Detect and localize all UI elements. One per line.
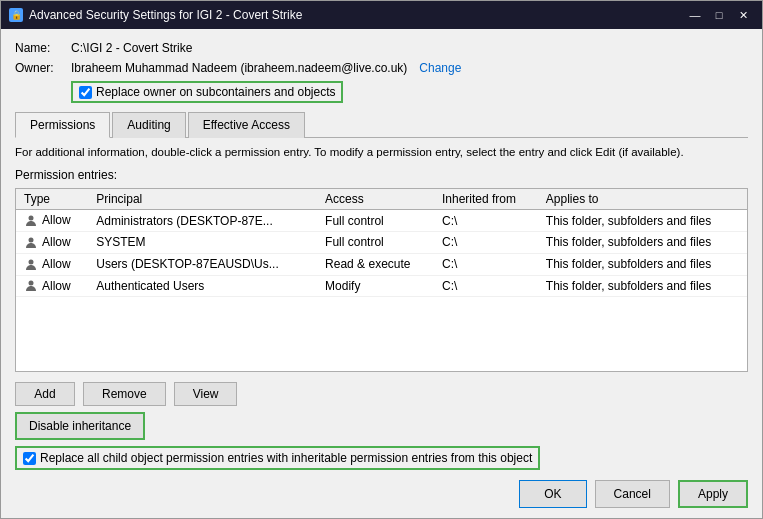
maximize-button[interactable]: □: [708, 6, 730, 24]
tab-effective-access[interactable]: Effective Access: [188, 112, 305, 138]
cell-type: Allow: [16, 253, 88, 275]
tab-permissions[interactable]: Permissions: [15, 112, 110, 138]
cell-inherited-from: C:\: [434, 231, 538, 253]
view-button[interactable]: View: [174, 382, 238, 406]
col-header-inherited: Inherited from: [434, 189, 538, 210]
name-label: Name:: [15, 41, 65, 55]
owner-value: Ibraheem Muhammad Nadeem (ibraheem.nadee…: [71, 61, 407, 75]
cell-access: Modify: [317, 275, 434, 297]
cell-type: Allow: [16, 210, 88, 232]
svg-point-3: [29, 281, 34, 286]
cell-inherited-from: C:\: [434, 210, 538, 232]
disable-inheritance-container: Disable inheritance: [15, 412, 748, 440]
col-header-type: Type: [16, 189, 88, 210]
owner-row: Owner: Ibraheem Muhammad Nadeem (ibrahee…: [15, 61, 748, 75]
col-header-principal: Principal: [88, 189, 317, 210]
replace-owner-checkbox[interactable]: [79, 86, 92, 99]
permissions-table: Type Principal Access Inherited from App…: [16, 189, 747, 297]
tabs-container: Permissions Auditing Effective Access: [15, 111, 748, 138]
table-row[interactable]: AllowAuthenticated UsersModifyC:\This fo…: [16, 275, 747, 297]
replace-owner-label[interactable]: Replace owner on subcontainers and objec…: [96, 85, 335, 99]
table-row[interactable]: AllowSYSTEMFull controlC:\This folder, s…: [16, 231, 747, 253]
replace-child-label[interactable]: Replace all child object permission entr…: [40, 451, 532, 465]
cell-access: Full control: [317, 210, 434, 232]
name-row: Name: C:\IGI 2 - Covert Strike: [15, 41, 748, 55]
cell-applies-to: This folder, subfolders and files: [538, 231, 747, 253]
cell-type: Allow: [16, 275, 88, 297]
name-value: C:\IGI 2 - Covert Strike: [71, 41, 192, 55]
apply-button[interactable]: Apply: [678, 480, 748, 508]
permission-entries-label: Permission entries:: [15, 168, 748, 182]
cell-principal: Authenticated Users: [88, 275, 317, 297]
col-header-applies: Applies to: [538, 189, 747, 210]
change-owner-link[interactable]: Change: [419, 61, 461, 75]
cell-principal: Administrators (DESKTOP-87E...: [88, 210, 317, 232]
replace-child-checkbox[interactable]: [23, 452, 36, 465]
replace-owner-row: Replace owner on subcontainers and objec…: [71, 81, 343, 103]
col-header-access: Access: [317, 189, 434, 210]
cell-principal: SYSTEM: [88, 231, 317, 253]
remove-button[interactable]: Remove: [83, 382, 166, 406]
table-header-row: Type Principal Access Inherited from App…: [16, 189, 747, 210]
title-bar: 🔒 Advanced Security Settings for IGI 2 -…: [1, 1, 762, 29]
title-bar-controls: — □ ✕: [684, 6, 754, 24]
cell-applies-to: This folder, subfolders and files: [538, 275, 747, 297]
description-text: For additional information, double-click…: [15, 144, 748, 160]
minimize-button[interactable]: —: [684, 6, 706, 24]
table-row[interactable]: AllowAdministrators (DESKTOP-87E...Full …: [16, 210, 747, 232]
main-window: 🔒 Advanced Security Settings for IGI 2 -…: [0, 0, 763, 519]
table-row[interactable]: AllowUsers (DESKTOP-87EAUSD\Us...Read & …: [16, 253, 747, 275]
add-button[interactable]: Add: [15, 382, 75, 406]
cell-applies-to: This folder, subfolders and files: [538, 210, 747, 232]
title-bar-left: 🔒 Advanced Security Settings for IGI 2 -…: [9, 8, 302, 22]
content-area: Name: C:\IGI 2 - Covert Strike Owner: Ib…: [1, 29, 762, 518]
svg-point-1: [29, 237, 34, 242]
disable-inheritance-button[interactable]: Disable inheritance: [15, 412, 145, 440]
cell-inherited-from: C:\: [434, 253, 538, 275]
window-title: Advanced Security Settings for IGI 2 - C…: [29, 8, 302, 22]
replace-child-row: Replace all child object permission entr…: [15, 446, 540, 470]
cell-type: Allow: [16, 231, 88, 253]
cancel-button[interactable]: Cancel: [595, 480, 670, 508]
cell-access: Read & execute: [317, 253, 434, 275]
permissions-table-container[interactable]: Type Principal Access Inherited from App…: [15, 188, 748, 372]
action-buttons-row: Add Remove View: [15, 382, 748, 406]
tab-auditing[interactable]: Auditing: [112, 112, 185, 138]
cell-principal: Users (DESKTOP-87EAUSD\Us...: [88, 253, 317, 275]
svg-point-0: [29, 215, 34, 220]
svg-point-2: [29, 259, 34, 264]
ok-button[interactable]: OK: [519, 480, 586, 508]
cell-applies-to: This folder, subfolders and files: [538, 253, 747, 275]
close-button[interactable]: ✕: [732, 6, 754, 24]
owner-label: Owner:: [15, 61, 65, 75]
cell-access: Full control: [317, 231, 434, 253]
cell-inherited-from: C:\: [434, 275, 538, 297]
window-icon: 🔒: [9, 8, 23, 22]
bottom-buttons-row: OK Cancel Apply: [15, 480, 748, 508]
